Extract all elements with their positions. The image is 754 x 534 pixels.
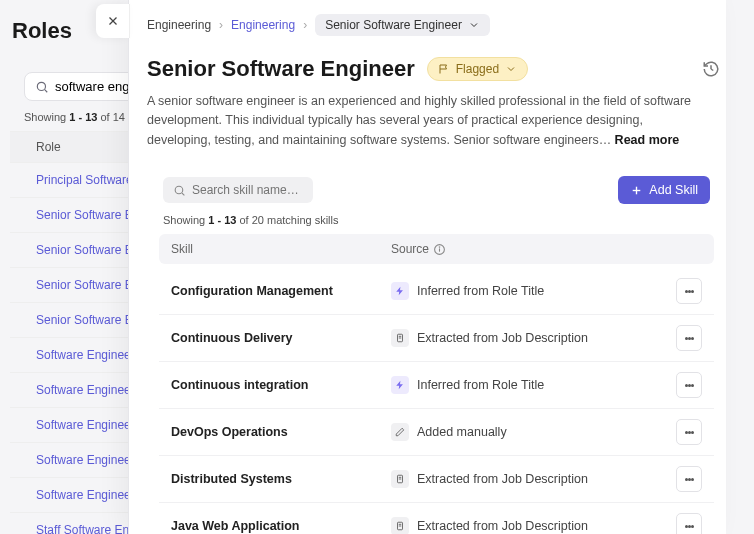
svg-line-7	[182, 193, 184, 195]
skills-search-input[interactable]	[192, 183, 303, 197]
row-actions-button[interactable]	[676, 278, 702, 304]
skill-name: Distributed Systems	[171, 472, 391, 486]
plus-icon	[630, 184, 643, 197]
skill-row: DevOps OperationsAdded manually	[159, 409, 714, 456]
row-actions-button[interactable]	[676, 419, 702, 445]
skills-match-count: Showing 1 - 13 of 20 matching skills	[159, 214, 714, 234]
row-actions-button[interactable]	[676, 466, 702, 492]
title-row: Senior Software Engineer Flagged	[129, 50, 726, 92]
column-skill: Skill	[171, 242, 391, 256]
source-inferred-icon	[391, 282, 409, 300]
skill-row: Continuous integrationInferred from Role…	[159, 362, 714, 409]
add-skill-label: Add Skill	[649, 183, 698, 197]
source-text: Added manually	[417, 425, 507, 439]
search-icon	[35, 80, 49, 94]
svg-point-12	[439, 246, 440, 247]
column-source: Source	[391, 242, 672, 256]
breadcrumb-current-dropdown[interactable]: Senior Software Engineer	[315, 14, 490, 36]
skills-section: Add Skill Showing 1 - 13 of 20 matching …	[159, 166, 714, 534]
source-text: Inferred from Role Title	[417, 284, 544, 298]
skill-source: Added manually	[391, 423, 672, 441]
skill-source: Extracted from Job Description	[391, 470, 672, 488]
skills-search[interactable]	[163, 177, 313, 203]
skill-row: Continuous DeliveryExtracted from Job De…	[159, 315, 714, 362]
chevron-right-icon: ›	[219, 18, 223, 32]
source-extracted-icon	[391, 470, 409, 488]
row-actions-button[interactable]	[676, 325, 702, 351]
skill-row: Java Web ApplicationExtracted from Job D…	[159, 503, 714, 534]
source-extracted-icon	[391, 517, 409, 534]
skill-source: Extracted from Job Description	[391, 517, 672, 534]
svg-line-1	[45, 89, 48, 92]
source-text: Extracted from Job Description	[417, 519, 588, 533]
skill-name: Configuration Management	[171, 284, 391, 298]
skill-name: Java Web Application	[171, 519, 391, 533]
role-description: A senior software engineer is an experie…	[129, 92, 726, 166]
row-actions-button[interactable]	[676, 372, 702, 398]
add-skill-button[interactable]: Add Skill	[618, 176, 710, 204]
flagged-pill[interactable]: Flagged	[427, 57, 528, 81]
chevron-down-icon	[505, 63, 517, 75]
flagged-label: Flagged	[456, 62, 499, 76]
skill-name: DevOps Operations	[171, 425, 391, 439]
row-actions-button[interactable]	[676, 513, 702, 534]
history-icon	[702, 60, 720, 78]
source-inferred-icon	[391, 376, 409, 394]
search-icon	[173, 184, 186, 197]
skill-source: Inferred from Role Title	[391, 376, 672, 394]
svg-line-5	[711, 69, 713, 71]
skill-row: Distributed SystemsExtracted from Job De…	[159, 456, 714, 503]
role-detail-panel: Engineering › Engineering › Senior Softw…	[128, 0, 726, 534]
info-icon[interactable]	[433, 243, 446, 256]
flag-icon	[438, 63, 450, 75]
source-manual-icon	[391, 423, 409, 441]
skills-table-body: Configuration ManagementInferred from Ro…	[159, 268, 714, 534]
source-extracted-icon	[391, 329, 409, 347]
svg-point-0	[37, 82, 45, 90]
skill-row: Configuration ManagementInferred from Ro…	[159, 268, 714, 315]
close-icon	[106, 14, 120, 28]
skills-table-header: Skill Source	[159, 234, 714, 264]
read-more-link[interactable]: Read more	[615, 133, 680, 147]
source-text: Extracted from Job Description	[417, 331, 588, 345]
close-button[interactable]	[96, 4, 130, 38]
skill-name: Continuous integration	[171, 378, 391, 392]
svg-point-6	[175, 186, 183, 194]
breadcrumb: Engineering › Engineering › Senior Softw…	[129, 0, 726, 50]
skill-source: Inferred from Role Title	[391, 282, 672, 300]
breadcrumb-item[interactable]: Engineering	[147, 18, 211, 32]
history-button[interactable]	[702, 60, 720, 82]
source-text: Extracted from Job Description	[417, 472, 588, 486]
skill-source: Extracted from Job Description	[391, 329, 672, 347]
chevron-down-icon	[468, 19, 480, 31]
breadcrumb-item[interactable]: Engineering	[231, 18, 295, 32]
role-title: Senior Software Engineer	[147, 56, 415, 82]
breadcrumb-current-label: Senior Software Engineer	[325, 18, 462, 32]
chevron-right-icon: ›	[303, 18, 307, 32]
skill-name: Continuous Delivery	[171, 331, 391, 345]
source-text: Inferred from Role Title	[417, 378, 544, 392]
